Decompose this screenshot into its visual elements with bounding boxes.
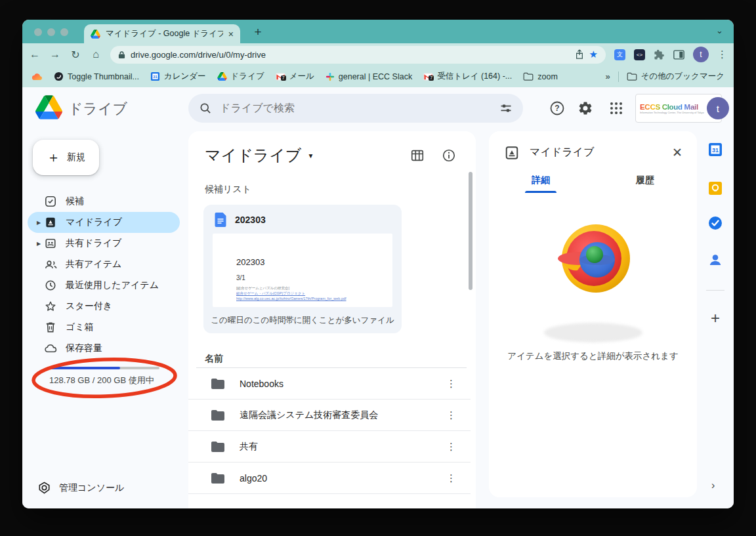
folder-icon xyxy=(211,472,225,484)
tasks-side-icon[interactable] xyxy=(707,215,723,231)
search-input[interactable] xyxy=(220,102,492,114)
approval-check-icon xyxy=(44,195,57,208)
keep-side-icon[interactable] xyxy=(707,180,723,196)
google-docs-icon xyxy=(215,213,226,227)
expand-arrow-icon[interactable]: ▶ xyxy=(34,220,43,226)
account-badge[interactable]: ECCS Cloud Mail Information Technology C… xyxy=(635,94,722,123)
tab-search-chevron-icon[interactable]: ⌄ xyxy=(716,26,723,35)
other-bookmarks-folder[interactable]: その他のブックマーク xyxy=(627,71,724,82)
minimize-window-button[interactable] xyxy=(47,28,55,36)
collapse-panel-chevron-icon[interactable]: › xyxy=(711,480,715,491)
toggle-thumbnail-icon xyxy=(54,72,64,81)
bookmark-slack[interactable]: general | ECC Slack xyxy=(326,72,412,81)
storage-progress-bar xyxy=(49,367,159,369)
file-list-panel: マイドライブ ▼ 候補リスト xyxy=(188,131,476,508)
shared-drives-icon xyxy=(44,237,57,250)
browser-profile-avatar[interactable]: t xyxy=(693,47,709,62)
info-icon[interactable] xyxy=(442,148,456,163)
translate-extension-icon[interactable]: 文 xyxy=(614,49,625,60)
search-bar[interactable] xyxy=(188,94,523,123)
sidebar-item-storage[interactable]: 保存容量 xyxy=(28,338,180,359)
folder-row[interactable]: 遠隔会議システム技術審査委員会 ⋮ xyxy=(188,400,471,431)
zoom-window-button[interactable] xyxy=(60,28,68,36)
browser-window: マイドライブ - Google ドライブ × + ⌄ ← → ↻ ⌂ drive… xyxy=(22,20,734,508)
address-bar[interactable]: drive.google.com/drive/u/0/my-drive ★ xyxy=(110,46,606,64)
help-icon[interactable]: ? xyxy=(549,100,565,116)
suggestions-label: 候補リスト xyxy=(205,184,251,196)
tab-close-icon[interactable]: × xyxy=(228,29,234,39)
folder-row[interactable]: 共有 ⋮ xyxy=(188,431,471,463)
suggested-file-card[interactable]: 202303 202303 3/1 [組合せゲームとパズルの研究会] 組合せゲー… xyxy=(203,205,402,333)
sidebar-item-trash[interactable]: ゴミ箱 xyxy=(28,317,180,338)
extension-icon-dark[interactable]: <> xyxy=(634,49,645,60)
folder-icon xyxy=(523,72,534,81)
plus-icon: ＋ xyxy=(47,148,60,167)
svg-text:31: 31 xyxy=(712,147,719,154)
sidebar-item-shared-with-me[interactable]: 共有アイテム xyxy=(28,254,180,275)
sidebar-item-suggested[interactable]: 候補 xyxy=(28,191,180,212)
admin-console-link[interactable]: 管理コンソール xyxy=(38,482,124,494)
sidebar-item-starred[interactable]: スター付き xyxy=(28,296,180,317)
close-window-button[interactable] xyxy=(34,28,42,36)
grid-view-icon[interactable] xyxy=(410,148,425,163)
bookmark-mail[interactable]: 7 メール xyxy=(276,71,314,82)
bookmark-zoom-folder[interactable]: zoom xyxy=(523,72,558,81)
row-menu-icon[interactable]: ⋮ xyxy=(446,378,456,390)
get-addons-button[interactable]: + xyxy=(707,309,723,327)
my-drive-icon xyxy=(44,216,57,229)
illustration-shadow xyxy=(544,323,642,342)
tab-details[interactable]: 詳細 xyxy=(489,175,593,193)
calendar-side-icon[interactable]: 31 xyxy=(707,142,723,157)
bookmark-toggle-thumbnail[interactable]: Toggle Thumbnail... xyxy=(54,72,139,81)
eccs-cloud-mail-logo: ECCS Cloud Mail xyxy=(640,103,704,111)
forward-button[interactable]: → xyxy=(49,49,61,60)
browser-toolbar: ← → ↻ ⌂ drive.google.com/drive/u/0/my-dr… xyxy=(22,43,734,66)
clock-icon xyxy=(44,279,57,292)
row-menu-icon[interactable]: ⋮ xyxy=(446,441,456,453)
home-button[interactable]: ⌂ xyxy=(90,49,102,60)
column-header-name[interactable]: 名前 xyxy=(205,353,223,365)
apps-grid-icon[interactable] xyxy=(608,100,624,116)
expand-arrow-icon[interactable]: ▶ xyxy=(34,241,43,247)
bookmark-star-icon[interactable]: ★ xyxy=(589,49,598,60)
side-panel-icon[interactable] xyxy=(673,50,684,60)
sidebar-item-my-drive[interactable]: ▶ マイドライブ xyxy=(28,212,180,233)
drive-app: ドライブ ? xyxy=(22,87,734,508)
close-icon[interactable]: ✕ xyxy=(672,145,682,160)
new-tab-button[interactable]: + xyxy=(249,25,266,39)
back-button[interactable]: ← xyxy=(29,49,41,60)
share-icon[interactable] xyxy=(575,49,584,60)
reload-button[interactable]: ↻ xyxy=(70,49,81,61)
drive-logo-icon[interactable] xyxy=(35,95,62,119)
bookmark-drive[interactable]: ドライブ xyxy=(217,71,264,82)
search-options-icon[interactable] xyxy=(499,102,513,115)
people-icon xyxy=(44,258,57,271)
calendar-icon: 31 xyxy=(150,72,160,81)
sidebar-item-shared-drives[interactable]: ▶ 共有ドライブ xyxy=(28,233,180,254)
tab-activity[interactable]: 履歴 xyxy=(593,175,698,193)
extensions-puzzle-icon[interactable] xyxy=(654,49,665,60)
contacts-side-icon[interactable] xyxy=(707,252,723,268)
bookmark-inbox[interactable]: 7 受信トレイ (164) -... xyxy=(423,71,512,82)
browser-menu-icon[interactable]: ⋮ xyxy=(717,49,727,60)
row-menu-icon[interactable]: ⋮ xyxy=(446,472,456,484)
title-dropdown-icon[interactable]: ▼ xyxy=(307,152,314,159)
account-avatar[interactable]: t xyxy=(707,97,729,119)
folder-row[interactable]: algo20 ⋮ xyxy=(188,463,471,494)
browser-tab[interactable]: マイドライブ - Google ドライブ × xyxy=(84,24,240,43)
new-button[interactable]: ＋ 新規 xyxy=(33,140,99,175)
row-menu-icon[interactable]: ⋮ xyxy=(446,409,456,421)
bookmarks-overflow-chevron[interactable]: » xyxy=(605,72,610,81)
scrollbar-thumb[interactable] xyxy=(469,172,472,290)
settings-gear-icon[interactable] xyxy=(578,100,593,116)
cloud-icon xyxy=(44,342,57,355)
bookmark-calendar[interactable]: 31 カレンダー xyxy=(150,71,206,82)
suggestion-reason-caption: この曜日のこの時間帯に開くことが多いファイル xyxy=(203,315,402,326)
cloud-app-icon[interactable] xyxy=(32,73,43,81)
sidebar-item-recent[interactable]: 最近使用したアイテム xyxy=(28,275,180,296)
folder-row[interactable]: Notebooks ⋮ xyxy=(188,368,471,400)
storage-bar-fill xyxy=(49,367,120,369)
app-title: ドライブ xyxy=(68,99,127,119)
empty-state-illustration xyxy=(553,220,634,302)
star-icon xyxy=(44,300,57,313)
